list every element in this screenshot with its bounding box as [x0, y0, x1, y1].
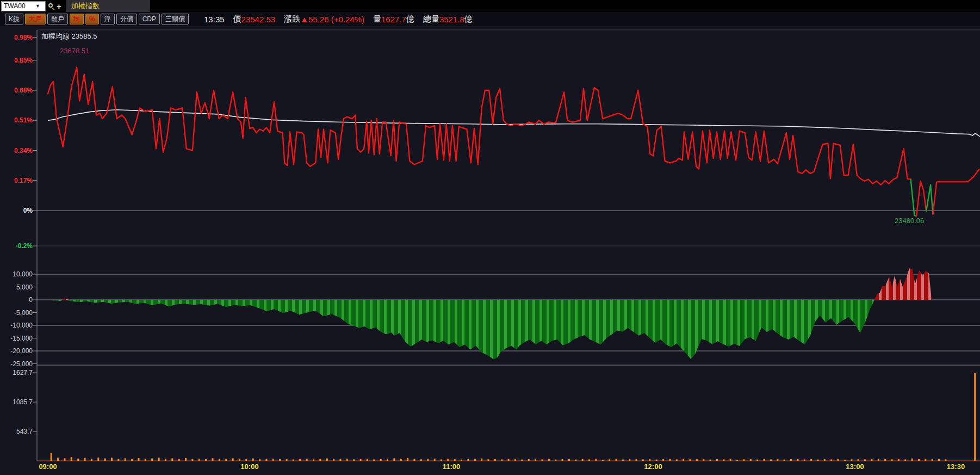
volume-bar	[878, 459, 879, 461]
toolbar-button-2[interactable]: 大戶	[25, 14, 46, 24]
price-line	[933, 170, 979, 214]
symbol-combobox[interactable]: ▼	[1, 1, 46, 11]
volume-bar	[64, 458, 65, 461]
volume-bar	[51, 453, 52, 461]
volume-bar	[925, 459, 926, 461]
volume-bar	[669, 459, 671, 461]
volume-bar	[501, 459, 503, 461]
volume-bar	[420, 459, 422, 461]
volume-bar	[824, 459, 826, 461]
volume-bar	[333, 459, 334, 461]
volume-bar	[683, 459, 684, 461]
search-icon[interactable]	[48, 3, 54, 9]
volume-bar	[313, 459, 314, 461]
volume-bar	[810, 459, 812, 461]
volume-bar	[696, 459, 698, 461]
volume-bar	[938, 459, 940, 461]
volume-bar	[649, 459, 650, 461]
volume-bar	[185, 458, 187, 461]
tab-weighted-index[interactable]: 加權指數	[66, 1, 100, 11]
volume-bar	[716, 459, 718, 461]
toolbar-button-3[interactable]: 散戶	[47, 14, 68, 24]
volume-bar	[232, 458, 234, 461]
status-time: 13:35	[204, 15, 225, 24]
volume-bar	[710, 460, 711, 461]
volume-bar	[434, 459, 436, 461]
add-symbol-button[interactable]: +	[57, 2, 61, 10]
change-label: 漲跌	[284, 14, 300, 24]
volume-bar	[367, 459, 368, 461]
volume-bar	[239, 459, 240, 461]
volume-bar	[165, 459, 166, 461]
volume-bar	[461, 460, 462, 461]
volume-bar	[871, 459, 872, 461]
volume-bar	[629, 459, 630, 461]
toolbar-button-9[interactable]: 三關價	[162, 14, 189, 24]
volume-bar	[804, 459, 805, 461]
volume-bar	[125, 458, 126, 461]
volume-bar	[945, 459, 946, 461]
volume-bar	[467, 459, 469, 461]
toolbar-button-4[interactable]: 均	[70, 14, 84, 24]
volume-bar	[817, 460, 818, 461]
volume-bar	[918, 459, 920, 461]
volume-bar	[494, 459, 496, 461]
chart-area[interactable]: 0.98%0.85%0.68%0.51%0.34%0.17%0%-0.2%10,…	[0, 26, 980, 475]
volume-bar	[199, 459, 200, 461]
ma-line	[48, 110, 980, 137]
chevron-down-icon[interactable]: ▼	[35, 3, 40, 9]
volume-bar	[380, 459, 382, 461]
volume-label: 量	[373, 14, 381, 24]
volume-bar	[104, 459, 106, 461]
volume-bar	[279, 459, 281, 461]
volume-bar	[851, 459, 852, 461]
volume-bar	[770, 459, 772, 461]
toolbar-button-8[interactable]: CDP	[139, 14, 160, 24]
volume-bar	[178, 459, 180, 461]
volume-bar	[407, 458, 408, 461]
volume-bar	[293, 459, 294, 461]
net-sell-area	[52, 300, 933, 360]
symbol-input[interactable]	[4, 2, 35, 10]
trading-app-window: ▼ + 加權指數 K線大戶散戶均%浮分價CDP三關價 13:35價 23542.…	[0, 0, 980, 475]
toolbar: K線大戶散戶均%浮分價CDP三關價 13:35價 23542.53漲跌 ▲55.…	[0, 12, 980, 26]
toolbar-button-7[interactable]: 分價	[116, 14, 137, 24]
toolbar-button-6[interactable]: 浮	[101, 14, 115, 24]
volume-bar	[57, 458, 59, 461]
volume-bar	[676, 459, 678, 461]
volume-bar	[891, 459, 893, 461]
volume-bar	[521, 460, 523, 461]
volume-bar	[541, 459, 543, 461]
volume-bar	[642, 459, 644, 461]
volume-bar	[219, 459, 220, 461]
volume-bar	[272, 459, 274, 461]
volume-bar	[387, 459, 388, 461]
volume-bar	[730, 459, 731, 461]
tab-strip: 加權指數	[66, 0, 150, 12]
volume-bar	[838, 459, 839, 461]
volume-bar	[830, 459, 832, 461]
volume-bar	[723, 459, 724, 461]
volume-bar	[911, 459, 913, 461]
price-label: 價	[233, 14, 241, 24]
volume-bar	[447, 459, 449, 461]
toolbar-button-5[interactable]: %	[85, 14, 99, 24]
volume-bar	[71, 457, 72, 461]
volume-bar	[756, 460, 758, 461]
total-value: 3521.8	[439, 15, 464, 24]
volume-bar	[91, 459, 92, 461]
volume-bar	[252, 459, 254, 461]
volume-bar	[904, 459, 906, 461]
volume-bar	[974, 373, 976, 461]
intraday-chart-canvas[interactable]	[0, 26, 980, 475]
volume-bar	[750, 459, 752, 461]
status-line: 13:35價 23542.53漲跌 ▲55.26 (+0.24%)量 1627.…	[204, 14, 473, 24]
volume-bar	[360, 459, 362, 461]
volume-bar	[97, 458, 99, 461]
volume-bar	[474, 459, 476, 461]
volume-bar	[736, 460, 738, 461]
net-buy-area	[52, 268, 933, 300]
toolbar-button-1[interactable]: K線	[5, 14, 23, 24]
volume-bar	[158, 458, 160, 461]
volume-bar	[259, 459, 260, 461]
